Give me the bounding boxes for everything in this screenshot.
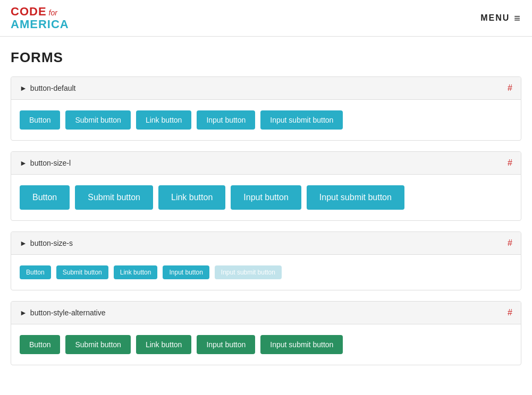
button-button-size-l-0[interactable]: Button [20, 185, 70, 210]
section-body-button-style-alternative: ButtonSubmit buttonLink buttonInput butt… [11, 324, 521, 365]
logo-america: AMERICA [11, 18, 69, 31]
section-title-button-style-alternative: ► button-style-alternative [20, 308, 106, 317]
button-button-style-alternative-0[interactable]: Button [20, 335, 60, 354]
button-button-size-s-2[interactable]: Link button [114, 265, 158, 279]
header: CODE for AMERICA MENU ≡ [0, 0, 532, 37]
button-button-default-1[interactable]: Submit button [65, 110, 130, 130]
button-button-style-alternative-4[interactable]: Input submit button [260, 335, 343, 354]
section-hash-link-button-size-s[interactable]: # [508, 238, 512, 248]
button-button-default-4[interactable]: Input submit button [260, 110, 343, 130]
section-header-button-size-s: ► button-size-s# [11, 232, 521, 255]
section-card-button-style-alternative: ► button-style-alternative#ButtonSubmit … [11, 301, 521, 365]
button-button-default-3[interactable]: Input button [197, 110, 255, 130]
button-button-style-alternative-1[interactable]: Submit button [65, 335, 130, 354]
menu-button[interactable]: MENU ≡ [480, 12, 521, 24]
section-arrow-icon: ► [20, 84, 27, 92]
page-title: FORMS [11, 49, 521, 66]
hamburger-icon: ≡ [514, 12, 521, 24]
section-title-button-default: ► button-default [20, 84, 75, 92]
logo-code: CODE [11, 5, 47, 18]
section-arrow-icon: ► [20, 159, 27, 167]
button-button-default-0[interactable]: Button [20, 110, 60, 130]
section-arrow-icon: ► [20, 239, 27, 247]
logo-for: for [49, 9, 57, 17]
button-button-size-s-0[interactable]: Button [20, 265, 51, 279]
section-body-button-size-l: ButtonSubmit buttonLink buttonInput butt… [11, 175, 521, 220]
button-button-size-s-3[interactable]: Input button [163, 265, 209, 279]
menu-label: MENU [480, 13, 510, 23]
section-title-button-size-s: ► button-size-s [20, 239, 73, 247]
button-button-size-s-1[interactable]: Submit button [56, 265, 108, 279]
button-button-style-alternative-3[interactable]: Input button [197, 335, 255, 354]
section-hash-link-button-size-l[interactable]: # [508, 158, 512, 168]
section-body-button-default: ButtonSubmit buttonLink buttonInput butt… [11, 100, 521, 140]
section-arrow-icon: ► [20, 308, 27, 317]
section-card-button-default: ► button-default#ButtonSubmit buttonLink… [11, 76, 521, 141]
section-body-button-size-s: ButtonSubmit buttonLink buttonInput butt… [11, 255, 521, 290]
button-button-default-2[interactable]: Link button [136, 110, 192, 130]
section-header-button-default: ► button-default# [11, 77, 521, 100]
section-title-button-size-l: ► button-size-l [20, 159, 71, 167]
section-header-button-style-alternative: ► button-style-alternative# [11, 302, 521, 324]
button-button-size-l-4[interactable]: Input submit button [307, 185, 404, 210]
main-content: FORMS ► button-default#ButtonSubmit butt… [0, 37, 532, 389]
section-header-button-size-l: ► button-size-l# [11, 152, 521, 175]
button-button-size-l-1[interactable]: Submit button [75, 185, 153, 210]
sections-container: ► button-default#ButtonSubmit buttonLink… [11, 76, 521, 365]
button-button-size-l-3[interactable]: Input button [231, 185, 301, 210]
section-hash-link-button-style-alternative[interactable]: # [508, 308, 512, 317]
button-button-style-alternative-2[interactable]: Link button [136, 335, 192, 354]
button-button-size-l-2[interactable]: Link button [158, 185, 225, 210]
section-hash-link-button-default[interactable]: # [508, 83, 512, 93]
section-card-button-size-s: ► button-size-s#ButtonSubmit buttonLink … [11, 231, 521, 290]
section-card-button-size-l: ► button-size-l#ButtonSubmit buttonLink … [11, 151, 521, 221]
button-button-size-s-4[interactable]: Input submit button [215, 265, 282, 279]
logo: CODE for AMERICA [11, 5, 69, 31]
